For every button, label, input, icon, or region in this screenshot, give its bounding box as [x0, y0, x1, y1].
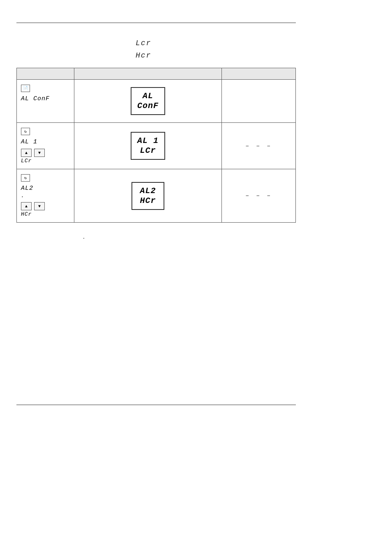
cell-name-al2: ↻ AL2 . ▲ ▼ HCr — [17, 169, 74, 223]
display-text-conf: AL ConF — [137, 91, 159, 111]
label-hcr: Hcr — [136, 51, 151, 60]
al2-name-label: AL2 — [21, 185, 33, 192]
display-box-al2: AL2 HCr — [131, 182, 164, 210]
page-container: Lcr Hcr 📄 AL ConF — [0, 0, 392, 555]
table-row: ↻ AL2 . ▲ ▼ HCr — [17, 169, 296, 223]
al1-sub-label: LCr — [21, 158, 32, 164]
al2-up-btn[interactable]: ▲ — [21, 202, 32, 210]
cell-display-al1: AL 1 LCr — [74, 123, 221, 169]
refresh-icon-al2: ↻ — [21, 174, 30, 182]
al1-name-label: AL 1 — [21, 138, 37, 145]
display-box-conf: AL ConF — [131, 87, 165, 115]
al1-arrow-row: ▲ ▼ — [21, 149, 45, 157]
top-rule — [16, 23, 296, 23]
cell-display-al2: AL2 HCr — [74, 169, 221, 223]
refresh-icon-al1: ↻ — [21, 128, 30, 135]
table-row: ↻ AL 1 ▲ ▼ LCr AL 1 — [17, 123, 296, 169]
name-content-al2: ↻ AL2 . ▲ ▼ HCr — [19, 173, 71, 219]
al2-arrow-row: ▲ ▼ — [21, 202, 45, 210]
footer-note1: . — [21, 210, 24, 216]
cell-name-conf: 📄 AL ConF — [17, 80, 74, 123]
display-cell-conf: AL ConF — [77, 83, 219, 119]
col-header-value — [222, 68, 296, 80]
display-cell-al1: AL 1 LCr — [77, 128, 219, 164]
label-lcr: Lcr — [136, 39, 151, 47]
display-box-al1: AL 1 LCr — [131, 132, 165, 160]
main-table: 📄 AL ConF AL ConF — [16, 68, 296, 223]
cell-display-conf: AL ConF — [74, 80, 221, 123]
cell-value-al1: – – – — [222, 123, 296, 169]
al1-down-btn[interactable]: ▼ — [34, 149, 45, 157]
al1-up-btn[interactable]: ▲ — [21, 149, 32, 157]
al2-down-btn[interactable]: ▼ — [34, 202, 45, 210]
conf-name-label: AL ConF — [21, 95, 50, 102]
col-header-name — [17, 68, 74, 80]
cell-value-al2: – – – — [222, 169, 296, 223]
cell-name-al1: ↻ AL 1 ▲ ▼ LCr — [17, 123, 74, 169]
display-text-al1: AL 1 LCr — [137, 136, 159, 156]
footer-note2: . — [82, 234, 85, 240]
table-row: 📄 AL ConF AL ConF — [17, 80, 296, 123]
doc-icon: 📄 — [21, 85, 30, 92]
bottom-rule — [16, 405, 296, 405]
display-cell-al2: AL2 HCr — [77, 178, 219, 214]
name-content-conf: 📄 AL ConF — [19, 83, 71, 119]
cell-value-conf — [222, 80, 296, 123]
al2-sub-dot: . — [21, 193, 25, 199]
col-header-display — [74, 68, 221, 80]
display-text-al2: AL2 HCr — [140, 186, 156, 206]
name-content-al1: ↻ AL 1 ▲ ▼ LCr — [19, 126, 71, 166]
